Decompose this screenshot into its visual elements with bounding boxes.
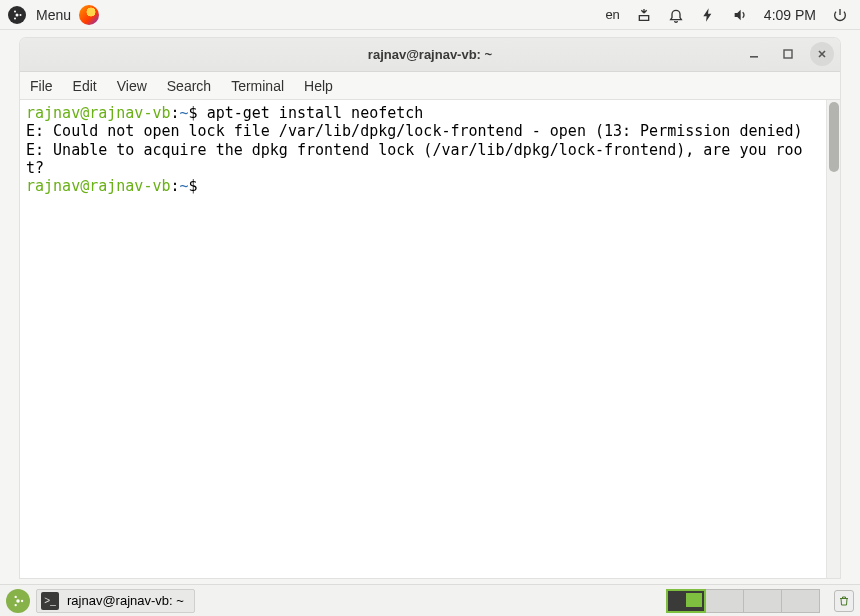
svg-point-9	[15, 603, 17, 605]
output-line-1: E: Could not open lock file /var/lib/dpk…	[26, 122, 803, 140]
prompt-host: rajnav-vb	[89, 177, 170, 195]
minimize-button[interactable]	[742, 42, 766, 66]
workspace-4[interactable]	[781, 590, 819, 612]
svg-point-1	[20, 14, 22, 16]
keyboard-icon[interactable]	[636, 7, 652, 23]
maximize-button[interactable]	[776, 42, 800, 66]
svg-rect-4	[750, 56, 758, 58]
workspace-3[interactable]	[743, 590, 781, 612]
bell-icon[interactable]	[668, 7, 684, 23]
bolt-icon[interactable]	[700, 7, 716, 23]
menu-search[interactable]: Search	[167, 78, 211, 94]
prompt-path: ~	[180, 177, 189, 195]
svg-point-8	[15, 595, 17, 597]
menu-bar: File Edit View Search Terminal Help	[20, 72, 840, 100]
command-1: apt-get install neofetch	[207, 104, 424, 122]
menu-help[interactable]: Help	[304, 78, 333, 94]
prompt-user: rajnav	[26, 104, 80, 122]
window-titlebar[interactable]: rajnav@rajnav-vb: ~	[20, 38, 840, 72]
workspace-switcher[interactable]	[666, 589, 820, 613]
svg-point-6	[16, 599, 20, 603]
ubuntu-logo-icon[interactable]	[8, 6, 26, 24]
clock[interactable]: 4:09 PM	[764, 7, 816, 23]
volume-icon[interactable]	[732, 7, 748, 23]
svg-point-2	[14, 10, 16, 12]
top-panel: Menu en 4:09 PM	[0, 0, 860, 30]
terminal-window: rajnav@rajnav-vb: ~ File Edit View Searc…	[20, 38, 840, 578]
prompt-host: rajnav-vb	[89, 104, 170, 122]
window-title: rajnav@rajnav-vb: ~	[368, 47, 492, 62]
keyboard-lang-indicator[interactable]: en	[605, 7, 619, 22]
menu-edit[interactable]: Edit	[73, 78, 97, 94]
menu-view[interactable]: View	[117, 78, 147, 94]
scrollbar[interactable]	[826, 100, 840, 578]
terminal-content[interactable]: rajnav@rajnav-vb:~$ apt-get install neof…	[20, 100, 826, 578]
svg-point-0	[16, 13, 19, 16]
menu-file[interactable]: File	[30, 78, 53, 94]
menu-terminal[interactable]: Terminal	[231, 78, 284, 94]
close-button[interactable]	[810, 42, 834, 66]
workspace-2[interactable]	[705, 590, 743, 612]
taskbar-item-label: rajnav@rajnav-vb: ~	[67, 593, 184, 608]
taskbar-item-terminal[interactable]: >_ rajnav@rajnav-vb: ~	[36, 589, 195, 613]
scroll-thumb[interactable]	[829, 102, 839, 172]
taskbar: >_ rajnav@rajnav-vb: ~	[0, 584, 860, 616]
firefox-icon[interactable]	[79, 5, 99, 25]
svg-rect-5	[784, 50, 792, 58]
svg-point-7	[21, 599, 23, 601]
trash-icon[interactable]	[834, 590, 854, 612]
menu-button[interactable]: Menu	[36, 7, 71, 23]
prompt-path: ~	[180, 104, 189, 122]
prompt-user: rajnav	[26, 177, 80, 195]
workspace-1[interactable]	[667, 590, 705, 612]
power-icon[interactable]	[832, 7, 848, 23]
terminal-app-icon: >_	[41, 592, 59, 610]
start-menu-icon[interactable]	[6, 589, 30, 613]
svg-point-3	[14, 17, 16, 19]
output-line-2: E: Unable to acquire the dpkg frontend l…	[26, 141, 803, 177]
